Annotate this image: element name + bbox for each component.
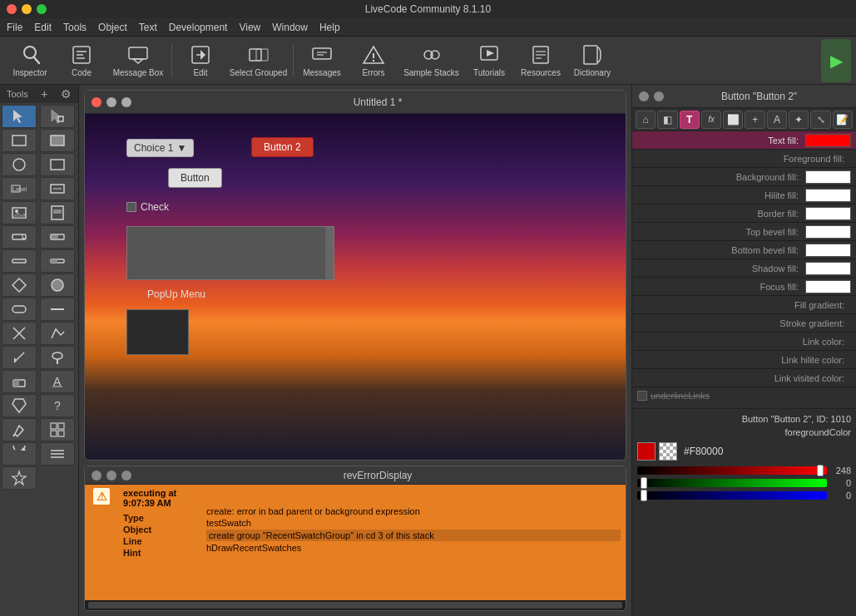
blue-slider-thumb[interactable] [641, 490, 647, 501]
inspector-tab-add[interactable]: + [745, 111, 764, 129]
toolbar-sample-stacks[interactable]: Sample Stacks [400, 39, 463, 82]
menu-help[interactable]: Help [319, 22, 340, 33]
prop-bottom-bevel-swatch[interactable] [805, 244, 851, 257]
prop-focus-fill[interactable]: Focus fill: [632, 278, 856, 296]
color-swatch-checker[interactable] [659, 442, 677, 461]
inspector-tab-text[interactable]: A [767, 111, 787, 129]
tool-bucket[interactable] [2, 394, 37, 417]
inspector-tab-fill[interactable]: T [680, 111, 700, 129]
tool-dropper[interactable] [2, 418, 37, 441]
checkbox-widget[interactable]: Check [126, 201, 169, 213]
button-gray-widget[interactable]: Button [168, 168, 222, 188]
tools-add-icon[interactable]: + [41, 87, 47, 101]
menu-text[interactable]: Text [139, 22, 157, 33]
prop-bg-fill[interactable]: Background fill: [632, 168, 856, 186]
prop-focus-fill-swatch[interactable] [805, 280, 851, 293]
green-slider[interactable] [637, 479, 827, 487]
inspector-tab-script[interactable]: 📝 [833, 111, 853, 129]
prop-bg-fill-swatch[interactable] [805, 170, 851, 184]
close-button[interactable] [7, 4, 17, 14]
menu-window[interactable]: Window [272, 22, 308, 33]
tool-eraser[interactable] [2, 370, 37, 393]
menu-development[interactable]: Development [169, 22, 228, 33]
maximize-button[interactable] [37, 4, 47, 14]
color-swatch-primary[interactable] [637, 442, 656, 461]
minimize-button[interactable] [22, 4, 32, 14]
inspector-tab-resize[interactable]: ⤡ [810, 111, 830, 129]
green-slider-thumb[interactable] [641, 477, 647, 489]
prop-border-fill[interactable]: Border fill: [632, 205, 856, 223]
tool-divider[interactable] [40, 298, 75, 321]
canvas-minimize[interactable] [106, 97, 116, 107]
dropdown-button[interactable]: Choice 1 ▼ [126, 139, 194, 157]
prop-shadow-fill-swatch[interactable] [805, 262, 851, 275]
tool-line[interactable] [2, 249, 37, 273]
tool-question[interactable]: ? [40, 394, 75, 417]
toolbar-resources[interactable]: Resources [516, 39, 566, 82]
inspector-tab-image[interactable]: ⬜ [723, 111, 743, 129]
inspector-tab-layers[interactable]: ◧ [657, 111, 677, 129]
toolbar-inspector[interactable]: Inspector [5, 39, 55, 82]
inspector-close[interactable] [639, 91, 649, 101]
prop-hilite-fill[interactable]: Hilite fill: [632, 186, 856, 205]
tool-rotate[interactable] [2, 442, 37, 466]
inspector-tab-fx[interactable]: fx [701, 111, 721, 129]
toolbar-tutorials[interactable]: Tutorials [464, 39, 514, 82]
tool-rect-filled[interactable] [40, 129, 75, 152]
toolbar-errors[interactable]: Errors [349, 39, 398, 82]
error-close[interactable] [92, 471, 101, 480]
menu-edit[interactable]: Edit [34, 22, 52, 33]
error-minimize[interactable] [106, 471, 116, 480]
tool-circle-filled[interactable] [40, 274, 75, 297]
red-slider[interactable] [637, 466, 827, 475]
toolbar-messages[interactable]: Messages [297, 39, 347, 82]
menu-tools[interactable]: Tools [63, 22, 87, 33]
tool-diamond[interactable] [2, 274, 37, 297]
prop-top-bevel-swatch[interactable] [805, 225, 851, 239]
tool-circle[interactable] [2, 153, 37, 176]
toolbar-select-grouped[interactable]: Select Grouped [227, 39, 289, 82]
prop-top-bevel-fill[interactable]: Top bevel fill: [632, 223, 856, 241]
tool-rect-dark[interactable] [40, 153, 75, 176]
tool-grid[interactable] [40, 418, 75, 441]
tool-text-insert[interactable]: A [40, 370, 75, 393]
prop-text-fill[interactable]: Text fill: [632, 131, 856, 150]
canvas-close[interactable] [92, 97, 101, 107]
button-gray[interactable]: Button [168, 168, 222, 188]
tool-widget-2[interactable] [40, 225, 75, 249]
tool-pencil[interactable] [2, 346, 37, 369]
tools-gear-icon[interactable]: ⚙ [61, 87, 72, 101]
tool-pen-cross[interactable] [2, 322, 37, 345]
canvas-content[interactable]: Choice 1 ▼ Button 2 Button Check [85, 114, 626, 460]
tool-rect[interactable] [2, 129, 37, 152]
canvas-maximize[interactable] [121, 97, 131, 107]
tool-widget-1[interactable] [2, 225, 37, 249]
tool-scrollbar[interactable] [40, 201, 75, 224]
toolbar-edit[interactable]: Edit [176, 39, 225, 82]
inspector-min[interactable] [654, 91, 664, 101]
prop-text-fill-swatch[interactable] [805, 134, 851, 147]
tool-star[interactable] [2, 466, 37, 490]
red-slider-thumb[interactable] [817, 465, 824, 476]
checkbox[interactable]: Check [126, 201, 169, 213]
tool-select-arrow-2[interactable] [40, 105, 75, 128]
dropdown-widget[interactable]: Choice 1 ▼ [126, 139, 194, 157]
underline-links-row[interactable]: underlineLinks [632, 387, 856, 404]
tool-select-arrow[interactable] [2, 105, 37, 128]
field-scrollbar[interactable] [325, 227, 334, 279]
blue-slider[interactable] [637, 491, 827, 500]
bottom-scrollbar[interactable] [88, 602, 622, 609]
inspector-tab-home[interactable]: ⌂ [636, 111, 656, 129]
prop-hilite-fill-swatch[interactable] [805, 189, 851, 202]
tool-rounded-rect[interactable] [2, 298, 37, 321]
menu-view[interactable]: View [239, 22, 260, 33]
error-maximize[interactable] [121, 471, 131, 480]
button-red-widget[interactable]: Button 2 [251, 137, 314, 157]
checkbox-box[interactable] [126, 202, 136, 212]
tool-brush[interactable] [40, 346, 75, 369]
toolbar-code[interactable]: Code [57, 39, 106, 82]
toolbar-play[interactable]: ▶ [821, 39, 851, 82]
menu-object[interactable]: Object [98, 22, 127, 33]
text-field[interactable] [126, 226, 334, 280]
text-field-widget[interactable] [126, 226, 334, 280]
